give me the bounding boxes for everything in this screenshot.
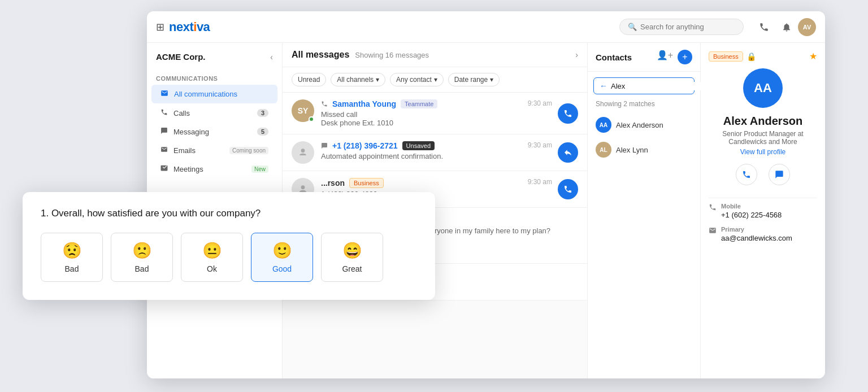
contacts-search-bar[interactable]: ← bbox=[593, 77, 695, 94]
message-item[interactable]: SY Samantha Young Teammate Missed call D bbox=[283, 93, 587, 134]
emails-coming-soon-badge: Coming soon bbox=[229, 147, 268, 154]
chevron-down-icon: ▾ bbox=[376, 76, 379, 84]
sidebar-item-calls[interactable]: Calls 3 bbox=[151, 104, 277, 122]
meetings-new-badge: New bbox=[251, 165, 268, 173]
user-avatar[interactable]: AV bbox=[798, 18, 816, 36]
calls-label: Calls bbox=[173, 109, 257, 117]
contact-avatar: AL bbox=[596, 142, 611, 158]
filter-any-contact[interactable]: Any contact ▾ bbox=[390, 73, 444, 86]
message-time: 9:30 am bbox=[528, 178, 552, 186]
filter-unread[interactable]: Unread bbox=[292, 73, 326, 86]
grid-icon[interactable]: ⊞ bbox=[156, 21, 164, 33]
contact-avatar: AA bbox=[596, 117, 611, 133]
survey-overlay: 1. Overall, how satisfied are you with o… bbox=[23, 192, 435, 300]
message-tag: Teammate bbox=[401, 99, 437, 108]
profile-actions bbox=[709, 164, 817, 185]
profile-name: Alex Anderson bbox=[709, 115, 817, 128]
call-action-button-3[interactable] bbox=[558, 179, 578, 199]
message-sender-name: +1 (218) 396-2721 bbox=[332, 141, 398, 150]
emails-icon bbox=[160, 146, 168, 155]
great-label: Great bbox=[342, 264, 362, 273]
bad-emoji: 🙁 bbox=[132, 241, 152, 260]
sidebar-header: ACME Corp. ‹ bbox=[147, 52, 282, 71]
call-action-button[interactable] bbox=[558, 103, 578, 124]
expand-messages-button[interactable]: › bbox=[575, 50, 578, 59]
meetings-label: Meetings bbox=[173, 165, 248, 173]
mobile-phone-icon bbox=[709, 203, 717, 213]
mobile-label: Mobile bbox=[721, 203, 782, 210]
sidebar-item-emails[interactable]: Emails Coming soon bbox=[151, 141, 277, 159]
profile-call-button[interactable] bbox=[736, 164, 757, 185]
messages-title: All messages bbox=[292, 50, 349, 60]
message-avatar: SY bbox=[292, 99, 314, 122]
lock-icon: 🔒 bbox=[747, 52, 756, 61]
very-bad-label: Bad bbox=[65, 264, 79, 273]
message-text-1: Missed call bbox=[321, 110, 528, 119]
survey-option-bad[interactable]: 🙁 Bad bbox=[111, 233, 173, 282]
survey-option-very-bad[interactable]: 😟 Bad bbox=[41, 233, 103, 282]
contact-item-alex-anderson[interactable]: AA Alex Anderson bbox=[588, 112, 700, 137]
all-communications-icon bbox=[160, 89, 168, 99]
message-avatar bbox=[292, 141, 314, 164]
bell-nav-icon[interactable] bbox=[778, 18, 796, 36]
contact-item-alex-lynn[interactable]: AL Alex Lynn bbox=[588, 137, 700, 162]
bad-label: Bad bbox=[135, 264, 149, 273]
phone-nav-icon[interactable] bbox=[755, 18, 773, 36]
company-name: ACME Corp. bbox=[156, 52, 206, 62]
contacts-add-button[interactable]: + bbox=[678, 50, 692, 64]
sidebar-item-meetings[interactable]: Meetings New bbox=[151, 160, 277, 178]
contacts-header: Contacts 👤+ + bbox=[588, 43, 700, 72]
view-full-profile-link[interactable]: View full profile bbox=[709, 148, 817, 156]
message-tag: Business bbox=[349, 178, 384, 188]
message-sender-name: ...rson bbox=[321, 178, 345, 188]
messaging-badge: 5 bbox=[257, 128, 268, 136]
reply-action-button[interactable] bbox=[558, 142, 578, 163]
message-text: Automated appointment confirmation. bbox=[321, 152, 528, 160]
filter-all-channels[interactable]: All channels ▾ bbox=[331, 73, 385, 86]
good-emoji: 🙂 bbox=[272, 241, 292, 260]
survey-option-good[interactable]: 🙂 Good bbox=[251, 233, 313, 282]
profile-divider bbox=[709, 198, 817, 198]
messaging-icon bbox=[160, 127, 168, 136]
mobile-value: +1 (602) 225-4568 bbox=[721, 211, 782, 219]
sidebar-item-messaging[interactable]: Messaging 5 bbox=[151, 123, 277, 141]
profile-email-field: Primary aa@candlewicks.com bbox=[709, 226, 817, 242]
contacts-search-input[interactable] bbox=[611, 82, 706, 90]
sidebar-item-all-communications[interactable]: All communications bbox=[151, 85, 277, 103]
email-icon bbox=[709, 227, 717, 236]
logo: nextiva bbox=[169, 20, 210, 34]
contacts-panel: Contacts 👤+ + ← Showing 2 matches AA Ale… bbox=[588, 43, 701, 378]
search-icon: 🔍 bbox=[628, 23, 637, 31]
message-tag: Unsaved bbox=[402, 141, 435, 150]
email-value: aa@candlewicks.com bbox=[721, 234, 792, 242]
search-input[interactable] bbox=[640, 23, 731, 31]
profile-chat-button[interactable] bbox=[769, 164, 790, 185]
calls-badge: 3 bbox=[257, 109, 268, 117]
survey-option-ok[interactable]: 😐 Ok bbox=[181, 233, 243, 282]
great-emoji: 😄 bbox=[342, 241, 362, 260]
contact-name: Alex Anderson bbox=[616, 121, 663, 129]
add-contact-icon[interactable]: 👤+ bbox=[657, 50, 673, 64]
star-icon[interactable]: ★ bbox=[809, 51, 817, 62]
ok-emoji: 😐 bbox=[202, 241, 222, 260]
message-content: Samantha Young Teammate Missed call Desk… bbox=[321, 99, 528, 127]
chevron-down-icon: ▾ bbox=[434, 76, 437, 84]
collapse-sidebar-button[interactable]: ‹ bbox=[270, 53, 273, 62]
message-sender-name: Samantha Young bbox=[332, 99, 396, 108]
message-text-2: Desk phone Ext. 1010 bbox=[321, 119, 528, 127]
filters-bar: Unread All channels ▾ Any contact ▾ Date… bbox=[283, 67, 587, 93]
filter-date-range[interactable]: Date range ▾ bbox=[448, 73, 500, 86]
messages-header: All messages Showing 16 messages › bbox=[283, 43, 587, 67]
contacts-matches-label: Showing 2 matches bbox=[588, 100, 700, 112]
chevron-down-icon: ▾ bbox=[490, 76, 493, 84]
message-time: 9:30 am bbox=[528, 141, 552, 149]
survey-options: 😟 Bad 🙁 Bad 😐 Ok 🙂 Good 😄 Great bbox=[41, 233, 417, 282]
ok-label: Ok bbox=[207, 264, 217, 273]
survey-option-great[interactable]: 😄 Great bbox=[321, 233, 383, 282]
survey-question: 1. Overall, how satisfied are you with o… bbox=[41, 208, 417, 219]
message-item[interactable]: +1 (218) 396-2721 Unsaved Automated appo… bbox=[283, 134, 587, 171]
back-arrow-icon[interactable]: ← bbox=[600, 81, 607, 90]
profile-job-title: Senior Product Manager at Candlewicks an… bbox=[709, 130, 817, 146]
search-bar[interactable]: 🔍 bbox=[619, 19, 744, 35]
profile-panel: Business 🔒 ★ AA Alex Anderson Senior Pro… bbox=[701, 43, 825, 378]
